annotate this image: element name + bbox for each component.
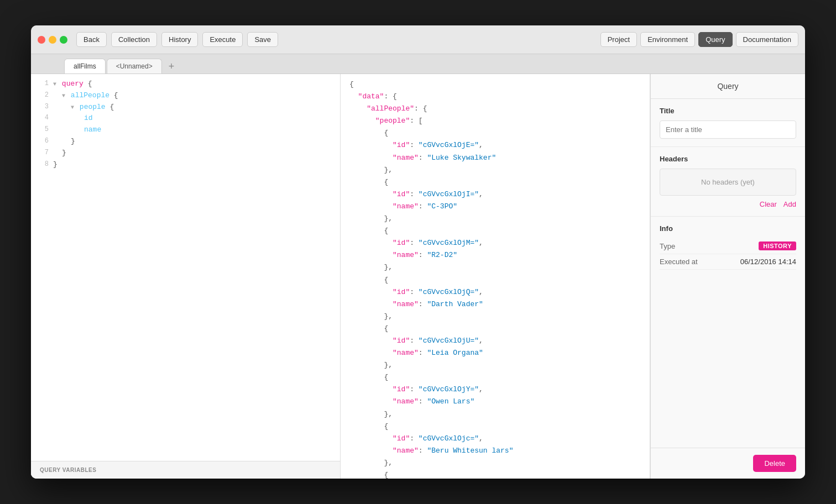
code-editor[interactable]: 1 ▼ query { 2 ▼ allPeople { xyxy=(31,74,340,461)
info-section-label: Info xyxy=(660,224,796,233)
query-variables-label: QUERY VARIABLES xyxy=(40,467,96,473)
result-line: "id": "cGVvcGxlOjQ=", xyxy=(349,286,641,298)
save-button[interactable]: Save xyxy=(247,32,278,47)
result-line: "name": "Darth Vader" xyxy=(349,298,641,311)
environment-button[interactable]: Environment xyxy=(640,32,695,47)
add-tab-button[interactable]: + xyxy=(163,59,180,74)
result-line: "name": "C-3PO" xyxy=(349,201,641,213)
info-executed-at-value: 06/12/2016 14:14 xyxy=(740,258,796,266)
result-line: "name": "Luke Skywalker" xyxy=(349,152,641,164)
result-line: { xyxy=(349,78,641,91)
result-line: { xyxy=(349,274,641,286)
panel-footer: Delete xyxy=(651,448,805,479)
result-line: }, xyxy=(349,164,641,176)
result-line: { xyxy=(349,225,641,237)
query-variables-bar[interactable]: QUERY VARIABLES xyxy=(31,461,340,479)
code-line-7: 7 } xyxy=(31,148,340,159)
result-line: { xyxy=(349,421,641,433)
query-button[interactable]: Query xyxy=(698,32,732,47)
add-header-button[interactable]: Add xyxy=(783,200,796,208)
result-line: { xyxy=(349,371,641,384)
collection-button[interactable]: Collection xyxy=(111,32,157,47)
tabs-bar: allFilms <Unnamed> + xyxy=(31,54,805,74)
info-row-type: Type HISTORY xyxy=(660,238,796,254)
result-content[interactable]: { "data": { "allPeople": { "people": [ {… xyxy=(341,74,650,479)
collapse-arrow-1[interactable]: ▼ xyxy=(53,81,56,87)
result-line: { xyxy=(349,127,641,139)
result-line: { xyxy=(349,323,641,335)
result-line: }, xyxy=(349,359,641,371)
title-section-label: Title xyxy=(660,107,796,115)
history-badge: HISTORY xyxy=(759,242,796,250)
tab-allfilms[interactable]: allFilms xyxy=(64,59,106,74)
app-window: Back Collection History Execute Save Pro… xyxy=(31,25,805,479)
code-line-2: 2 ▼ allPeople { xyxy=(31,90,340,102)
code-line-4: 4 id xyxy=(31,113,340,124)
result-line: "id": "cGVvcGxlOjM=", xyxy=(349,237,641,249)
result-line: "id": "cGVvcGxlOjY=", xyxy=(349,384,641,396)
info-section: Info Type HISTORY Executed at 06/12/2016… xyxy=(651,217,805,277)
result-line: { xyxy=(349,176,641,188)
info-executed-at-key: Executed at xyxy=(660,258,740,266)
code-line-6: 6 } xyxy=(31,136,340,148)
info-table: Type HISTORY Executed at 06/12/2016 14:1… xyxy=(660,238,796,270)
result-line: "id": "cGVvcGxlOjc=", xyxy=(349,433,641,445)
execute-button[interactable]: Execute xyxy=(202,32,243,47)
collapse-arrow-2[interactable]: ▼ xyxy=(62,93,65,99)
headers-section: Headers No headers (yet) Clear Add xyxy=(651,147,805,217)
delete-button[interactable]: Delete xyxy=(753,455,796,472)
code-line-5: 5 name xyxy=(31,124,340,136)
titlebar: Back Collection History Execute Save Pro… xyxy=(31,25,805,54)
title-input[interactable] xyxy=(660,120,796,139)
code-line-1: 1 ▼ query { xyxy=(31,78,340,90)
documentation-button[interactable]: Documentation xyxy=(736,32,798,47)
result-line: "id": "cGVvcGxlOjU=", xyxy=(349,335,641,347)
result-line: }, xyxy=(349,408,641,421)
right-panel: Query Title Headers No headers (yet) Cle… xyxy=(650,74,805,479)
headers-section-label: Headers xyxy=(660,155,796,163)
result-line: }, xyxy=(349,261,641,274)
code-line-3: 3 ▼ people { xyxy=(31,102,340,113)
headers-empty-text: No headers (yet) xyxy=(660,169,796,196)
info-row-executed-at: Executed at 06/12/2016 14:14 xyxy=(660,254,796,270)
traffic-lights xyxy=(38,36,67,44)
tab-unnamed[interactable]: <Unnamed> xyxy=(107,59,162,74)
info-type-key: Type xyxy=(660,242,759,250)
result-line: "id": "cGVvcGxlOjI=", xyxy=(349,188,641,201)
editor-pane: 1 ▼ query { 2 ▼ allPeople { xyxy=(31,74,341,479)
titlebar-right: Project Environment Query Documentation xyxy=(600,32,798,47)
collapse-arrow-3[interactable]: ▼ xyxy=(71,104,74,111)
result-line: "name": "R2-D2" xyxy=(349,249,641,261)
result-line: "name": "Leia Organa" xyxy=(349,347,641,359)
result-line: }, xyxy=(349,213,641,225)
result-line: }, xyxy=(349,311,641,323)
panel-title: Query xyxy=(651,74,805,99)
result-line: "data": { xyxy=(349,91,641,103)
minimize-button[interactable] xyxy=(49,36,56,44)
maximize-button[interactable] xyxy=(60,36,67,44)
result-line: }, xyxy=(349,457,641,469)
clear-headers-button[interactable]: Clear xyxy=(760,200,777,208)
code-line-8: 8 } xyxy=(31,159,340,171)
result-line: "name": "Beru Whitesun lars" xyxy=(349,445,641,457)
headers-actions: Clear Add xyxy=(660,200,796,208)
main-content: 1 ▼ query { 2 ▼ allPeople { xyxy=(31,74,805,479)
close-button[interactable] xyxy=(38,36,45,44)
result-line: { xyxy=(349,469,641,479)
back-button[interactable]: Back xyxy=(76,32,107,47)
result-line: "people": [ xyxy=(349,115,641,127)
project-button[interactable]: Project xyxy=(600,32,637,47)
result-line: "allPeople": { xyxy=(349,103,641,115)
result-line: "name": "Owen Lars" xyxy=(349,396,641,408)
title-section: Title xyxy=(651,99,805,147)
result-line: "id": "cGVvcGxlOjE=", xyxy=(349,139,641,151)
history-button[interactable]: History xyxy=(161,32,198,47)
result-pane: { "data": { "allPeople": { "people": [ {… xyxy=(341,74,650,479)
